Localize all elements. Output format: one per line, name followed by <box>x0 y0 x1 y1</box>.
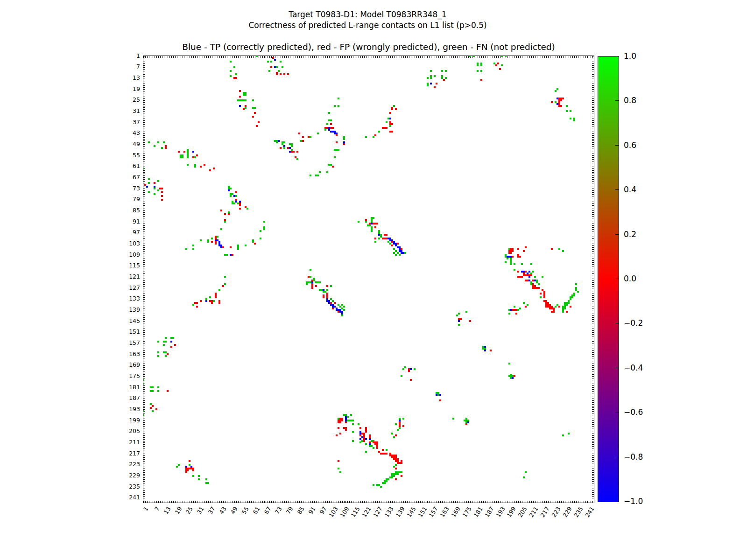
contact-cell <box>326 285 328 287</box>
colorbar-tick <box>615 412 619 413</box>
contact-cell <box>566 311 568 313</box>
contact-cell <box>235 73 237 75</box>
y-tick-label: 7 <box>120 63 140 70</box>
contact-cell <box>386 121 388 123</box>
colorbar-tick <box>615 368 619 368</box>
contact-cell <box>267 61 269 63</box>
contact-cell <box>395 478 397 480</box>
contact-cell <box>143 383 144 385</box>
contact-cell <box>514 269 515 271</box>
contact-cell <box>436 83 437 84</box>
contact-cell <box>374 241 376 243</box>
contact-cell <box>268 70 270 72</box>
contact-cell <box>224 221 226 223</box>
y-tick-label: 217 <box>120 450 140 457</box>
contact-cell <box>280 61 282 63</box>
contact-cell <box>263 228 265 230</box>
contact-cell <box>213 168 215 169</box>
contact-cell <box>178 464 180 466</box>
figure-title-line2: Correctness of predicted L-range contact… <box>0 20 735 31</box>
colorbar-tick-label: 0.8 <box>624 96 652 105</box>
y-tick-label: 223 <box>120 461 140 468</box>
contact-cell <box>306 283 308 285</box>
contact-cell <box>161 199 163 201</box>
contact-cell <box>192 151 194 153</box>
contact-cell <box>391 108 393 110</box>
contact-cell <box>465 311 467 313</box>
contact-cell <box>224 276 226 278</box>
contact-cell <box>345 429 347 431</box>
contact-cell <box>484 350 486 351</box>
y-tick-label: 1 <box>120 52 140 59</box>
contact-cell <box>395 423 397 425</box>
contact-cell <box>258 121 260 123</box>
contact-cell <box>410 368 412 370</box>
contact-cell <box>302 136 304 138</box>
contact-cell <box>338 98 339 99</box>
contact-cell <box>445 77 447 79</box>
y-tick-label: 13 <box>120 74 140 81</box>
contact-cell <box>143 379 144 381</box>
contact-cell <box>507 258 508 259</box>
contact-cell <box>235 191 237 193</box>
contact-cell <box>477 70 479 72</box>
contact-cell <box>439 394 441 396</box>
contact-cell <box>230 75 232 77</box>
contact-cell <box>200 300 202 302</box>
contact-cell <box>217 236 218 238</box>
y-tick-label: 211 <box>120 439 140 446</box>
contact-cell <box>310 136 311 138</box>
contact-cell <box>154 182 155 184</box>
contact-cell <box>334 302 336 304</box>
contact-cell <box>235 195 237 197</box>
contact-cell <box>222 285 224 287</box>
y-tick-label: 49 <box>120 140 140 147</box>
y-tick-label: 97 <box>120 229 140 236</box>
contact-cell <box>469 320 471 322</box>
contact-cell <box>143 414 144 416</box>
contact-cell <box>473 56 475 57</box>
contact-cell <box>165 147 167 149</box>
contact-cell <box>204 164 205 166</box>
contact-cell <box>573 119 575 121</box>
contact-cell <box>161 188 163 189</box>
contact-cell <box>254 243 256 245</box>
y-tick-label: 157 <box>120 339 140 346</box>
contact-cell <box>211 238 213 239</box>
contact-cell <box>341 420 343 421</box>
contact-cell <box>359 441 361 443</box>
contact-cell <box>365 451 367 453</box>
contact-cell <box>330 119 332 121</box>
contact-cell <box>157 341 159 343</box>
contact-cell <box>441 70 443 72</box>
contact-cell <box>215 296 217 298</box>
colorbar-tick-label: 0.0 <box>624 274 652 283</box>
contact-cell <box>460 318 462 320</box>
contact-cell <box>182 156 183 158</box>
contact-cell <box>235 77 237 79</box>
contact-cell <box>501 64 503 66</box>
contact-cell <box>165 355 167 357</box>
contact-cell <box>560 99 562 101</box>
contact-cell <box>523 250 525 252</box>
contact-cell <box>323 296 324 298</box>
colorbar-tick-label: −0.6 <box>624 408 652 416</box>
contact-cell <box>439 399 441 401</box>
contact-cell <box>187 164 189 166</box>
y-tick-label: 133 <box>120 295 140 302</box>
contact-cell <box>196 306 198 308</box>
contact-cell <box>150 407 152 409</box>
contact-cell <box>157 351 159 353</box>
contact-cell <box>278 70 280 72</box>
y-tick-label: 103 <box>120 240 140 247</box>
contact-cell <box>200 239 202 241</box>
contact-cell <box>430 77 432 79</box>
contact-cell <box>154 193 155 195</box>
contact-cell <box>207 482 209 484</box>
contact-cell <box>228 189 230 191</box>
y-tick-label: 145 <box>120 317 140 324</box>
contact-cell <box>501 56 503 57</box>
contact-cell <box>220 228 222 230</box>
contact-cell <box>282 66 283 68</box>
contact-cell <box>319 171 321 173</box>
